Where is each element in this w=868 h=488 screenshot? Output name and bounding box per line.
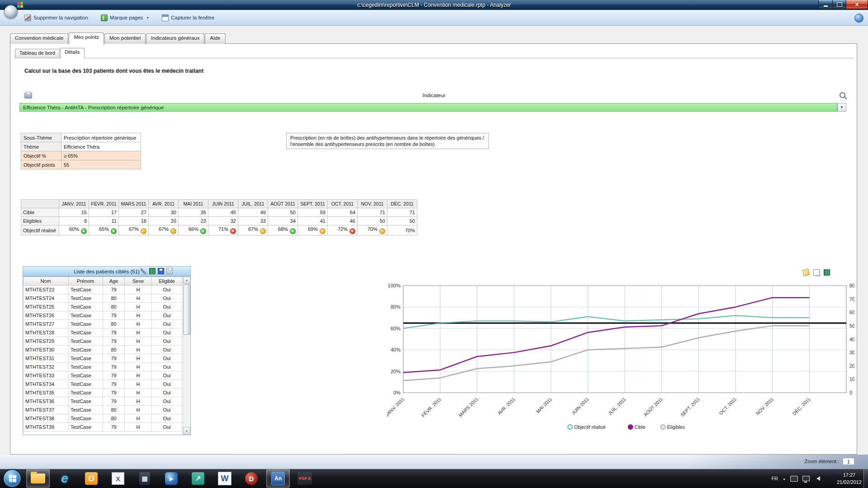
scroll-up-icon[interactable]: ▲ (183, 277, 190, 284)
patient-row[interactable]: MTHTEST32TestCase79HOui (24, 363, 182, 371)
patient-row[interactable]: MTHTEST23TestCase79HOui (24, 286, 182, 294)
taskbar-calculator[interactable]: ▦ (133, 469, 156, 488)
patient-row[interactable]: MTHTEST30TestCase80HOui (24, 346, 182, 354)
subtab-tableau-de-bord[interactable]: Tableau de bord (15, 49, 60, 58)
taskbar-d-app[interactable]: D (240, 469, 263, 488)
taskbar-clock[interactable]: 17:27 21/02/2012 (837, 471, 862, 486)
help-orb[interactable] (854, 14, 863, 23)
month-header: AOÛT 2011 (268, 200, 298, 208)
monthly-value: 70% (368, 226, 377, 232)
monthly-value: 35 (201, 210, 206, 215)
patient-cell: TestCase (69, 311, 103, 320)
svg-text:10: 10 (849, 376, 854, 382)
patient-row[interactable]: MTHTEST29TestCase79HOui (24, 337, 182, 346)
app-menu-orb[interactable] (4, 5, 18, 19)
patient-row[interactable]: MTHTEST39TestCase79HOui (24, 423, 182, 432)
language-indicator[interactable]: FR (771, 476, 778, 481)
patient-cell: MTHTEST35 (24, 389, 69, 397)
wrench-icon[interactable] (141, 268, 147, 274)
column-header-age[interactable]: Age (103, 277, 125, 286)
network-icon[interactable] (802, 476, 810, 481)
scroll-down-icon[interactable]: ▼ (183, 427, 190, 435)
patient-cell: H (125, 294, 152, 303)
keyboard-icon[interactable] (790, 476, 798, 482)
toolbar-marque-pages[interactable]: Marque pages▼ (98, 13, 152, 23)
monthly-cell: 45 (208, 208, 238, 217)
subtab-details[interactable]: Détails (60, 48, 85, 58)
svg-text:DÉC. 2011: DÉC. 2011 (791, 396, 811, 416)
monthly-value: 65% (99, 226, 109, 232)
indicator-select[interactable]: Efficience Théra - AntiHTA - Prescriptio… (19, 103, 837, 112)
zoom-element-value[interactable]: 1 (843, 458, 854, 465)
taskbar-project[interactable]: X (106, 469, 130, 488)
scrollbar-thumb[interactable] (184, 284, 190, 335)
svg-text:AVR. 2011: AVR. 2011 (496, 396, 516, 416)
volume-icon[interactable] (814, 476, 820, 481)
taskbar-chart-app[interactable]: ↗ (186, 469, 210, 488)
column-header-eligible[interactable]: Eligible (152, 277, 182, 286)
start-button[interactable] (4, 470, 21, 487)
patient-row[interactable]: MTHTEST34TestCase79HOui (24, 380, 182, 389)
patient-row[interactable]: MTHTEST33TestCase79HOui (24, 371, 182, 380)
patient-row[interactable]: MTHTEST26TestCase79HOui (24, 311, 182, 320)
patient-row[interactable]: MTHTEST36TestCase79HOui (24, 397, 182, 406)
column-header-sexe[interactable]: Sexe (125, 277, 152, 286)
info-row-label: Objectif % (21, 151, 61, 160)
excel-icon[interactable] (149, 268, 156, 274)
patient-row[interactable]: MTHTEST38TestCase80HOui (24, 414, 182, 423)
tab-convention-medicale[interactable]: Convention médicale (10, 33, 68, 44)
window-icon[interactable] (834, 269, 840, 276)
taskbar-psp8[interactable]: PSP 8 (293, 469, 316, 488)
svg-text:40: 40 (849, 337, 854, 342)
patient-cell: MTHTEST26 (24, 311, 69, 320)
column-header-prenom[interactable]: Prénom (69, 277, 103, 286)
patient-row[interactable]: MTHTEST27TestCase80HOui (24, 320, 182, 328)
print-icon[interactable] (166, 268, 173, 274)
hidden-icons-arrow[interactable]: ▲ (783, 477, 786, 480)
svg-text:MARS 2011: MARS 2011 (458, 396, 479, 418)
monthly-value: 41 (320, 218, 326, 224)
patient-row[interactable]: MTHTEST25TestCase80HOui (24, 303, 182, 311)
taskbar-outlook[interactable]: O (80, 469, 103, 488)
tab-indicateurs-generaux[interactable]: Indicateurs généraux (146, 33, 204, 44)
patient-cell: TestCase (69, 286, 103, 294)
monthly-value: 15 (81, 210, 87, 215)
column-header-nom[interactable]: Nom (24, 277, 69, 286)
monthly-value: 60% (69, 226, 79, 232)
taskbar-word[interactable]: W (213, 469, 236, 488)
patient-row[interactable]: MTHTEST28TestCase79HOui (24, 328, 182, 337)
close-button[interactable]: × (846, 0, 868, 9)
minimize-button[interactable] (818, 0, 833, 9)
patient-row[interactable]: MTHTEST35TestCase79HOui (24, 389, 182, 397)
magnifier-icon[interactable] (840, 92, 845, 98)
taskbar-internet-explorer[interactable]: e (53, 469, 76, 488)
tab-aide[interactable]: Aide (205, 33, 225, 44)
patient-cell: MTHTEST24 (24, 294, 69, 303)
tab-mes-points[interactable]: Mes points (69, 33, 104, 44)
taskbar-windows-explorer[interactable] (26, 469, 50, 488)
monthly-value: 59 (320, 210, 326, 215)
info-row-value: Efficience Théra (61, 142, 141, 151)
toolbar-supprimer-navigation[interactable]: Supprimer la navigation (22, 13, 91, 23)
monthly-value: 67% (129, 226, 139, 232)
show-desktop-button[interactable] (863, 469, 868, 488)
save-icon[interactable] (158, 268, 164, 274)
maximize-button[interactable] (833, 0, 846, 9)
toolbar-capturer-fenetre[interactable]: Capturer la fenêtre (159, 13, 217, 23)
excel-icon[interactable] (824, 269, 830, 276)
svg-text:FÉVR. 2011: FÉVR. 2011 (420, 396, 442, 418)
taskbar-analyzer[interactable]: An (266, 469, 290, 488)
window-icon[interactable] (175, 268, 181, 274)
patient-row[interactable]: MTHTEST31TestCase79HOui (24, 354, 182, 363)
patient-row[interactable]: MTHTEST37TestCase80HOui (24, 406, 182, 414)
tag-icon[interactable] (802, 269, 810, 277)
copy-icon[interactable] (813, 269, 820, 276)
indicator-dropdown-button[interactable]: ▼ (837, 103, 846, 112)
tab-mon-potentiel[interactable]: Mon potentiel (104, 33, 146, 44)
taskbar-media-player[interactable]: ▶ (160, 469, 183, 488)
patient-list-scrollbar[interactable]: ▲ ▼ (183, 277, 190, 435)
monthly-cell: 71%▼ (208, 225, 238, 235)
patient-row[interactable]: MTHTEST24TestCase80HOui (24, 294, 182, 303)
monthly-value: 27 (141, 210, 146, 215)
system-tray: FR ▲ (771, 469, 820, 488)
